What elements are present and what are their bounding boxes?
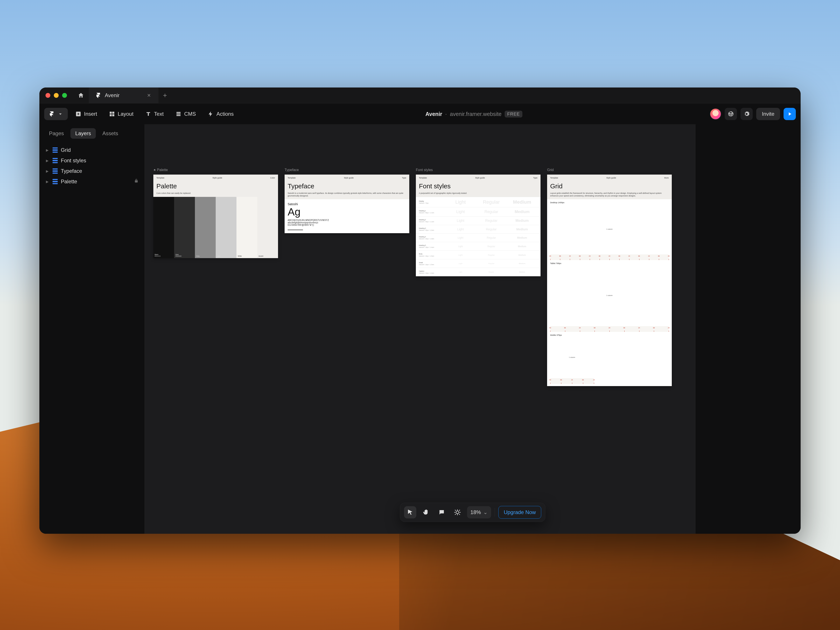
actions-button[interactable]: Actions [203, 108, 238, 120]
frame-icon [52, 158, 58, 163]
new-tab-button[interactable]: + [158, 87, 172, 103]
frame-label-grid[interactable]: Grid [547, 168, 554, 172]
settings-button[interactable] [741, 108, 753, 120]
layer-item[interactable]: ▸Font styles [39, 155, 144, 166]
ruler-value: 24 [579, 327, 581, 328]
close-window-button[interactable] [46, 93, 50, 98]
ruler-value: 88 [638, 255, 640, 257]
frame-grid[interactable]: Template Style guide More Grid Layout gr… [547, 175, 672, 386]
fontstyle-row: Heading 2Satoshi / 44px / 1.1emLightRegu… [416, 216, 540, 225]
hand-tool[interactable] [420, 506, 432, 518]
upgrade-button[interactable]: Upgrade Now [498, 506, 542, 519]
swatch: Grey [195, 197, 216, 258]
avatar[interactable] [710, 108, 721, 120]
ruler-value: 40 [668, 255, 669, 257]
zoom-value: 18% [471, 509, 481, 515]
minimize-window-button[interactable] [54, 93, 58, 98]
app-menu-button[interactable] [44, 108, 68, 120]
grid-section-tablet: Tablet 768px [547, 260, 672, 266]
frame-label-palette[interactable]: Palette [153, 168, 168, 172]
layer-item[interactable]: ▸Palette [39, 176, 144, 187]
plan-badge: FREE [505, 111, 523, 117]
right-sidebar [695, 124, 801, 534]
fontstyle-row: Heading 4Satoshi / 24px / 1.3emLightRegu… [416, 234, 540, 242]
tab-close-button[interactable]: × [146, 92, 152, 99]
project-name: Avenir [425, 111, 442, 117]
layer-name: Font styles [61, 158, 86, 164]
layers-list: ▸Grid▸Font styles▸Typeface▸Palette [39, 143, 144, 189]
frame-palette[interactable]: Template Style guide Color Palette Core … [153, 175, 278, 258]
frame-title: Grid [547, 181, 672, 192]
disclosure-icon[interactable]: ▸ [45, 178, 49, 185]
frame-typeface[interactable]: Template Style guide Type Typeface Satos… [284, 175, 409, 233]
fontstyle-row: Heading 1Satoshi / 56px / 1.1emLightRegu… [416, 207, 540, 216]
framer-logo-icon [49, 111, 55, 117]
comment-tool[interactable] [436, 506, 448, 518]
project-url[interactable]: avenir.framer.website [450, 111, 502, 117]
swatch: Accent [257, 197, 278, 258]
preview-button[interactable] [783, 108, 796, 120]
cms-icon [175, 111, 182, 117]
disclosure-icon[interactable]: ▸ [45, 147, 49, 153]
ruler-value: 88 [559, 255, 561, 257]
layer-item[interactable]: ▸Typeface [39, 166, 144, 176]
gear-icon [744, 111, 750, 117]
theme-toggle[interactable] [451, 506, 464, 518]
text-button[interactable]: Text [141, 108, 168, 120]
fontstyle-row: DisplaySatoshi / 72pxLightRegularMedium [416, 197, 540, 207]
text-label: Text [154, 111, 164, 117]
frame-fontstyles[interactable]: Template Style guide Type Font styles A … [416, 175, 540, 276]
swatch-caption: Light [217, 255, 220, 257]
zoom-window-button[interactable] [62, 93, 67, 98]
ruler-value: 88 [564, 327, 566, 328]
swatch: Light [216, 197, 237, 258]
ruler-value: 24 [609, 327, 610, 328]
fontstyle-row: Heading 5Satoshi / 18px / 1.4emLightRegu… [416, 242, 540, 251]
ruler-value: 24 [609, 255, 610, 257]
zoom-control[interactable]: 18% ⌄ [467, 506, 491, 518]
frame-subtitle: A purposeful set of typographic styles r… [416, 192, 540, 197]
select-tool[interactable] [404, 506, 416, 518]
invite-button[interactable]: Invite [756, 108, 780, 120]
ruler-value: 24 [668, 327, 669, 328]
layout-button[interactable]: Layout [104, 108, 138, 120]
frame-label-typeface[interactable]: Typeface [284, 168, 299, 172]
grid-section-desktop: Desktop 1400px [547, 199, 672, 205]
tab-layers[interactable]: Layers [70, 128, 96, 139]
layer-name: Palette [61, 178, 77, 185]
left-sidebar: Pages Layers Assets ▸Grid▸Font styles▸Ty… [39, 124, 145, 534]
cms-button[interactable]: CMS [171, 108, 200, 120]
ruler-value: 88 [579, 255, 581, 257]
chevron-down-icon [57, 111, 63, 117]
home-button[interactable] [73, 87, 89, 103]
ruler-value: 24 [589, 255, 591, 257]
layer-item[interactable]: ▸Grid [39, 145, 144, 155]
insert-button[interactable]: Insert [71, 108, 101, 120]
comment-icon [438, 509, 445, 516]
disclosure-icon[interactable]: ▸ [45, 158, 49, 164]
disclosure-icon[interactable]: ▸ [45, 168, 49, 174]
fontstyle-row: CaptionSatoshi / 12px / 1.4emLightRegula… [416, 268, 540, 276]
sidebar-tabs: Pages Layers Assets [39, 124, 144, 143]
breadcrumb: Avenir · avenir.framer.website FREE [425, 111, 523, 117]
ruler-value: 88 [618, 255, 620, 257]
ruler-value: 88 [560, 379, 562, 381]
tab-assets[interactable]: Assets [98, 128, 123, 139]
titlebar: Avenir × + [39, 87, 801, 103]
publish-globe-button[interactable] [725, 108, 737, 120]
canvas[interactable]: Palette Template Style guide Color Palet… [145, 124, 801, 534]
tab-title: Avenir [105, 92, 120, 98]
bolt-icon [208, 111, 214, 117]
lock-icon[interactable] [134, 178, 139, 185]
frame-subtitle: Core colors that can easily be replaced. [153, 192, 278, 197]
ruler-value: 88 [653, 327, 655, 328]
frame-label-fontstyles[interactable]: Font styles [416, 168, 433, 172]
tab-pages[interactable]: Pages [44, 128, 69, 139]
ruler-value: 24 [648, 255, 650, 257]
sun-icon [454, 509, 461, 516]
typeface-name: Satoshi [287, 202, 406, 206]
frame-subtitle: Satoshi is a modernist sans serif typefa… [284, 192, 409, 199]
ruler-value: 24 [569, 255, 571, 257]
ruler-value: 40 [549, 379, 551, 381]
tab-current[interactable]: Avenir × [89, 87, 158, 103]
